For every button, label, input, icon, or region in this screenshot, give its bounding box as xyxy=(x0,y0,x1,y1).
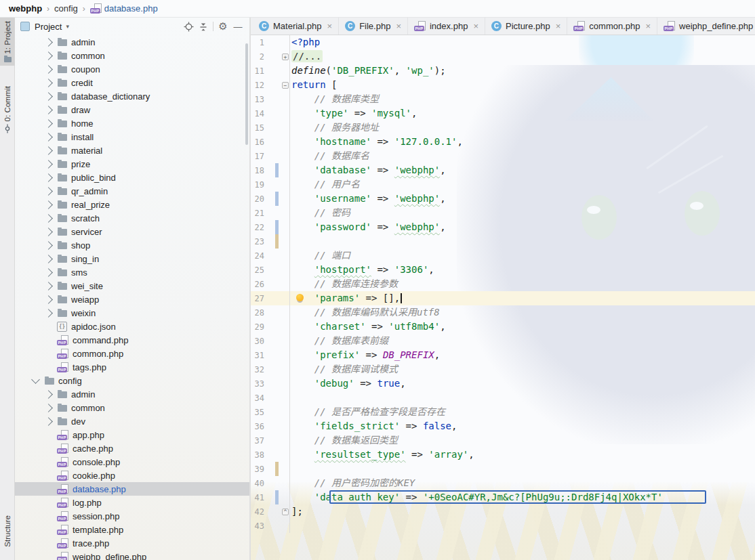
tab-Picture.php[interactable]: CPicture.php× xyxy=(485,18,567,35)
code-line-text[interactable]: 'charset' => 'utf8mb4', xyxy=(289,320,755,334)
line-number[interactable]: 20 xyxy=(251,194,264,204)
line-number[interactable]: 38 xyxy=(251,450,264,460)
breadcrumb-item-config[interactable]: config xyxy=(54,3,78,14)
line-number[interactable]: 14 xyxy=(251,109,264,119)
tree-item-dev[interactable]: dev xyxy=(15,414,249,428)
tree-item-public_bind[interactable]: public_bind xyxy=(15,171,249,184)
chevron-right-icon[interactable] xyxy=(44,200,53,209)
tree-item-weixin[interactable]: weixin xyxy=(15,306,249,320)
tree-item-servicer[interactable]: servicer xyxy=(15,225,249,238)
tree-item-common.php[interactable]: PHPcommon.php xyxy=(15,347,249,360)
line-number[interactable]: 43 xyxy=(251,521,264,531)
panel-splitter[interactable] xyxy=(249,18,251,560)
tree-item-database.php[interactable]: PHPdatabase.php xyxy=(15,482,249,496)
line-number[interactable]: 18 xyxy=(251,166,264,175)
tree-item-trace.php[interactable]: PHPtrace.php xyxy=(15,536,249,550)
tree-item-qr_admin[interactable]: qr_admin xyxy=(15,184,249,198)
code-line-text[interactable]: 'hostport' => '3306', xyxy=(289,263,755,277)
chevron-right-icon[interactable] xyxy=(44,295,53,304)
code-line-text[interactable]: // 数据库名 xyxy=(289,149,755,163)
chevron-right-icon[interactable] xyxy=(44,390,53,399)
line-number[interactable]: 36 xyxy=(251,422,264,431)
code-line-text[interactable]: 'database' => 'webphp', xyxy=(289,163,755,177)
chevron-right-icon[interactable] xyxy=(44,119,53,128)
hide-panel-button[interactable]: — xyxy=(230,20,245,33)
code-line-text[interactable]: 'resultset_type' => 'array', xyxy=(289,448,755,462)
tree-item-sms[interactable]: sms xyxy=(15,265,249,279)
tree-item-tags.php[interactable]: PHPtags.php xyxy=(15,360,249,374)
tree-item-session.php[interactable]: PHPsession.php xyxy=(15,509,249,523)
tree-item-weiapp[interactable]: weiapp xyxy=(15,293,249,306)
code-line-text[interactable]: 'username' => 'webphp', xyxy=(289,192,755,206)
tab-close-icon[interactable]: × xyxy=(473,21,478,31)
line-number[interactable]: 31 xyxy=(251,351,264,360)
line-number[interactable]: 22 xyxy=(251,223,264,232)
tree-item-scratch[interactable]: scratch xyxy=(15,211,249,225)
line-number[interactable]: 29 xyxy=(251,322,264,332)
line-number[interactable]: 32 xyxy=(251,365,264,374)
chevron-right-icon[interactable] xyxy=(44,173,53,182)
chevron-right-icon[interactable] xyxy=(44,309,53,318)
tree-item-shop[interactable]: shop xyxy=(15,238,249,252)
tree-item-cache.php[interactable]: PHPcache.php xyxy=(15,441,249,455)
tree-item-prize[interactable]: prize xyxy=(15,157,249,171)
tree-item-database_dictionary[interactable]: database_dictionary xyxy=(15,89,249,103)
tree-item-real_prize[interactable]: real_prize xyxy=(15,198,249,211)
chevron-right-icon[interactable] xyxy=(44,417,53,426)
line-number[interactable]: 25 xyxy=(251,265,264,275)
tree-scrollbar[interactable] xyxy=(245,43,248,145)
code-line-text[interactable]: 'debug' => true, xyxy=(289,376,755,391)
code-line-text[interactable]: // 数据库调试模式 xyxy=(289,362,755,376)
tool-window-tab-project[interactable]: 1: Project xyxy=(0,18,15,66)
line-number[interactable]: 34 xyxy=(251,393,264,403)
tree-item-material[interactable]: material xyxy=(15,144,249,157)
line-number[interactable]: 16 xyxy=(251,137,264,147)
line-number[interactable]: 28 xyxy=(251,308,264,318)
tree-item-common[interactable]: common xyxy=(15,49,249,62)
line-number[interactable]: 23 xyxy=(251,237,264,246)
fold-plus-icon[interactable]: + xyxy=(282,53,289,60)
tab-weiphp_define.php[interactable]: PHPweiphp_define.php× xyxy=(657,18,755,35)
line-number[interactable]: 21 xyxy=(251,209,264,218)
chevron-right-icon[interactable] xyxy=(44,228,53,236)
chevron-down-icon[interactable] xyxy=(31,375,40,384)
fold-gutter[interactable]: + xyxy=(281,49,289,64)
line-number[interactable]: 30 xyxy=(251,337,264,346)
line-number[interactable]: 13 xyxy=(251,95,264,104)
tree-item-log.php[interactable]: PHPlog.php xyxy=(15,496,249,509)
tree-item-weiphp_define.php[interactable]: PHPweiphp_define.php xyxy=(15,550,249,560)
line-number[interactable]: 26 xyxy=(251,280,264,289)
code-line-text[interactable]: 'password' => 'webphp', xyxy=(289,220,755,234)
tree-item-cookie.php[interactable]: PHPcookie.php xyxy=(15,469,249,482)
line-number[interactable]: 27 xyxy=(251,294,264,303)
code-line-text[interactable]: //... xyxy=(289,49,755,64)
chevron-right-icon[interactable] xyxy=(44,133,53,142)
tab-close-icon[interactable]: × xyxy=(645,21,651,31)
code-line-text[interactable]: 'fields_strict' => false, xyxy=(289,419,755,433)
tree-item-coupon[interactable]: coupon xyxy=(15,62,249,76)
chevron-right-icon[interactable] xyxy=(44,187,53,196)
code-line-text[interactable]: // 数据库表前缀 xyxy=(289,334,755,348)
line-number[interactable]: 24 xyxy=(251,251,264,261)
code-line-text[interactable]: // 用户名 xyxy=(289,177,755,192)
locate-file-button[interactable] xyxy=(181,20,196,33)
line-number[interactable]: 2 xyxy=(251,52,264,62)
chevron-right-icon[interactable] xyxy=(44,38,53,47)
code-line-text[interactable] xyxy=(289,462,755,476)
tree-item-apidoc.json[interactable]: {}apidoc.json xyxy=(15,320,249,333)
tree-item-home[interactable]: home xyxy=(15,116,249,130)
fold-gutter[interactable]: − xyxy=(281,78,289,92)
fold-gutter[interactable]: ^ xyxy=(281,504,289,519)
intention-bulb-icon[interactable] xyxy=(296,294,304,301)
code-line-text[interactable]: define('DB_PREFIX', 'wp_'); xyxy=(289,64,755,78)
code-line-text[interactable]: 'prefix' => DB_PREFIX, xyxy=(289,348,755,362)
code-line-text[interactable]: ]; xyxy=(289,504,755,519)
tree-item-sing_in[interactable]: sing_in xyxy=(15,252,249,265)
chevron-right-icon[interactable] xyxy=(44,146,53,155)
tab-common.php[interactable]: PHPcommon.php× xyxy=(567,18,657,35)
chevron-right-icon[interactable] xyxy=(44,282,53,290)
tool-window-tab-commit[interactable]: 0: Commit xyxy=(0,83,15,137)
code-line-text[interactable]: // 端口 xyxy=(289,249,755,263)
code-line-text[interactable]: return [ xyxy=(289,78,755,92)
chevron-right-icon[interactable] xyxy=(44,255,53,263)
